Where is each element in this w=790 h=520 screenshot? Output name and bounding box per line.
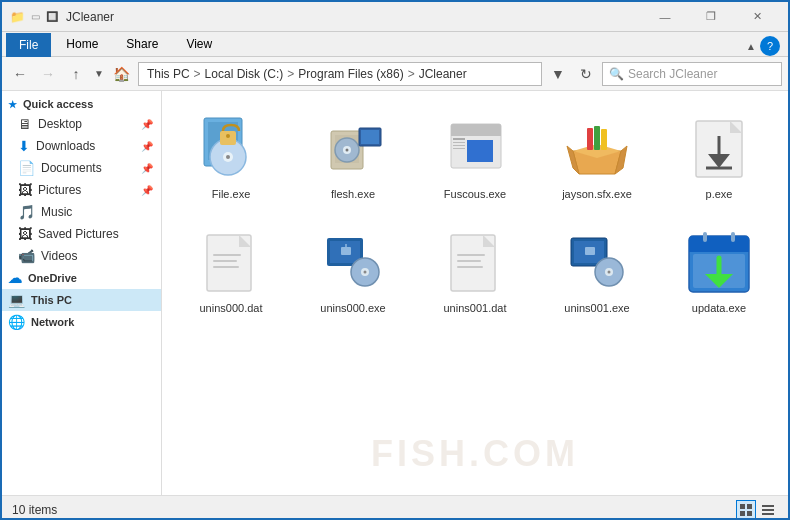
svg-rect-61 xyxy=(731,232,735,242)
svg-rect-48 xyxy=(457,254,485,256)
file-icon-fileexe xyxy=(195,112,267,184)
tab-view[interactable]: View xyxy=(173,32,225,56)
svg-rect-71 xyxy=(762,513,774,515)
status-bar: 10 items xyxy=(2,495,788,520)
file-icon-pexe xyxy=(683,112,755,184)
view-buttons xyxy=(736,500,778,520)
svg-rect-68 xyxy=(747,511,752,516)
sidebar-item-music[interactable]: 🎵 Music xyxy=(2,201,161,223)
maximize-button[interactable]: ❐ xyxy=(688,2,734,32)
up-button[interactable]: ↑ xyxy=(64,62,88,86)
search-box[interactable]: 🔍 Search JCleaner xyxy=(602,62,782,86)
search-placeholder: Search JCleaner xyxy=(628,67,717,81)
svg-rect-38 xyxy=(213,266,239,268)
svg-rect-49 xyxy=(457,260,481,262)
file-item-unins001exe[interactable]: unins001.exe xyxy=(540,217,654,323)
savedpictures-icon: 🖼 xyxy=(18,226,32,242)
videos-icon: 📹 xyxy=(18,248,35,264)
path-chevron[interactable]: ▼ xyxy=(92,68,106,79)
forward-button[interactable]: → xyxy=(36,62,60,86)
path-dropdown-button[interactable]: ▼ xyxy=(546,62,570,86)
file-item-unins001dat[interactable]: unins001.dat xyxy=(418,217,532,323)
file-name-unins000dat: unins000.dat xyxy=(200,302,263,314)
network-label: Network xyxy=(31,316,74,328)
thispc-label: This PC xyxy=(31,294,72,306)
file-name-fuscousexe: Fuscous.exe xyxy=(444,188,506,200)
pictures-icon: 🖼 xyxy=(18,182,32,198)
sidebar-item-documents[interactable]: 📄 Documents 📌 xyxy=(2,157,161,179)
file-item-unins000dat[interactable]: unins000.dat xyxy=(174,217,288,323)
svg-rect-56 xyxy=(585,247,595,255)
file-icon-updataexe xyxy=(683,226,755,298)
sidebar-label-documents: Documents xyxy=(41,161,102,175)
file-item-jaysonsfxexe[interactable]: jayson.sfx.exe xyxy=(540,103,654,209)
sidebar-label-desktop: Desktop xyxy=(38,117,82,131)
svg-rect-17 xyxy=(467,140,493,162)
large-icons-view-button[interactable] xyxy=(736,500,756,520)
ribbon-tabs: File Home Share View ▲ ? xyxy=(2,32,788,56)
svg-rect-21 xyxy=(453,148,465,149)
sidebar-item-network[interactable]: 🌐 Network xyxy=(2,311,161,333)
close-button[interactable]: ✕ xyxy=(734,2,780,32)
file-name-unins000exe: unins000.exe xyxy=(320,302,385,314)
file-icon-unins000dat xyxy=(195,226,267,298)
sidebar-section-onedrive[interactable]: ☁ OneDrive xyxy=(2,267,161,289)
path-home-icon[interactable]: 🏠 xyxy=(110,62,134,86)
network-icon: 🌐 xyxy=(8,314,25,330)
file-item-fleshexe[interactable]: flesh.exe xyxy=(296,103,410,209)
svg-point-4 xyxy=(226,155,230,159)
svg-point-11 xyxy=(345,148,348,151)
pin-icon-desktop: 📌 xyxy=(141,119,153,130)
file-icon-unins001exe xyxy=(561,226,633,298)
sidebar-item-thispc[interactable]: 💻 This PC xyxy=(2,289,161,311)
sidebar-item-desktop[interactable]: 🖥 Desktop 📌 xyxy=(2,113,161,135)
path-segment-jcleaner: JCleaner xyxy=(419,67,467,81)
music-icon: 🎵 xyxy=(18,204,35,220)
file-name-fleshexe: flesh.exe xyxy=(331,188,375,200)
svg-rect-13 xyxy=(361,130,379,144)
file-icon-fleshexe xyxy=(317,112,389,184)
sidebar-item-pictures[interactable]: 🖼 Pictures 📌 xyxy=(2,179,161,201)
file-item-fuscousexe[interactable]: Fuscous.exe xyxy=(418,103,532,209)
tab-file[interactable]: File xyxy=(6,33,51,57)
title-bar-icon3: 🔲 xyxy=(46,11,58,22)
path-segment-programfiles: Program Files (x86) xyxy=(298,67,403,81)
file-item-updataexe[interactable]: updata.exe xyxy=(662,217,776,323)
file-item-fileexe[interactable]: File.exe xyxy=(174,103,288,209)
svg-rect-19 xyxy=(453,142,465,143)
svg-point-55 xyxy=(608,270,611,273)
minimize-button[interactable]: — xyxy=(642,2,688,32)
files-grid: File.exe xyxy=(174,103,776,323)
tab-share[interactable]: Share xyxy=(113,32,171,56)
file-name-pexe: p.exe xyxy=(706,188,733,200)
window-controls: — ❐ ✕ xyxy=(642,2,780,32)
onedrive-label: OneDrive xyxy=(28,272,77,284)
back-button[interactable]: ← xyxy=(8,62,32,86)
svg-rect-18 xyxy=(453,138,465,140)
svg-rect-26 xyxy=(587,128,593,150)
help-button[interactable]: ? xyxy=(760,36,780,56)
file-item-unins000exe[interactable]: unins000.exe xyxy=(296,217,410,323)
svg-rect-37 xyxy=(213,260,237,262)
pin-icon-documents: 📌 xyxy=(141,163,153,174)
onedrive-icon: ☁ xyxy=(8,270,22,286)
pin-icon-pictures: 📌 xyxy=(141,185,153,196)
address-path[interactable]: This PC > Local Disk (C:) > Program File… xyxy=(138,62,542,86)
title-bar: 📁 ▭ 🔲 JCleaner — ❐ ✕ xyxy=(2,2,788,32)
refresh-button[interactable]: ↻ xyxy=(574,62,598,86)
details-view-button[interactable] xyxy=(758,500,778,520)
address-bar: ← → ↑ ▼ 🏠 This PC > Local Disk (C:) > Pr… xyxy=(2,57,788,91)
file-icon-unins000exe xyxy=(317,226,389,298)
status-item-count: 10 items xyxy=(12,503,57,517)
sidebar-item-downloads[interactable]: ⬇ Downloads 📌 xyxy=(2,135,161,157)
sidebar-item-videos[interactable]: 📹 Videos xyxy=(2,245,161,267)
sidebar-item-savedpictures[interactable]: 🖼 Saved Pictures xyxy=(2,223,161,245)
title-bar-icon2: ▭ xyxy=(31,11,40,22)
ribbon-collapse-icon[interactable]: ▲ xyxy=(746,41,756,52)
file-icon-unins001dat xyxy=(439,226,511,298)
file-name-jaysonsfxexe: jayson.sfx.exe xyxy=(562,188,632,200)
file-item-pexe[interactable]: p.exe xyxy=(662,103,776,209)
tab-home[interactable]: Home xyxy=(53,32,111,56)
sidebar-label-savedpictures: Saved Pictures xyxy=(38,227,119,241)
sidebar-label-videos: Videos xyxy=(41,249,77,263)
